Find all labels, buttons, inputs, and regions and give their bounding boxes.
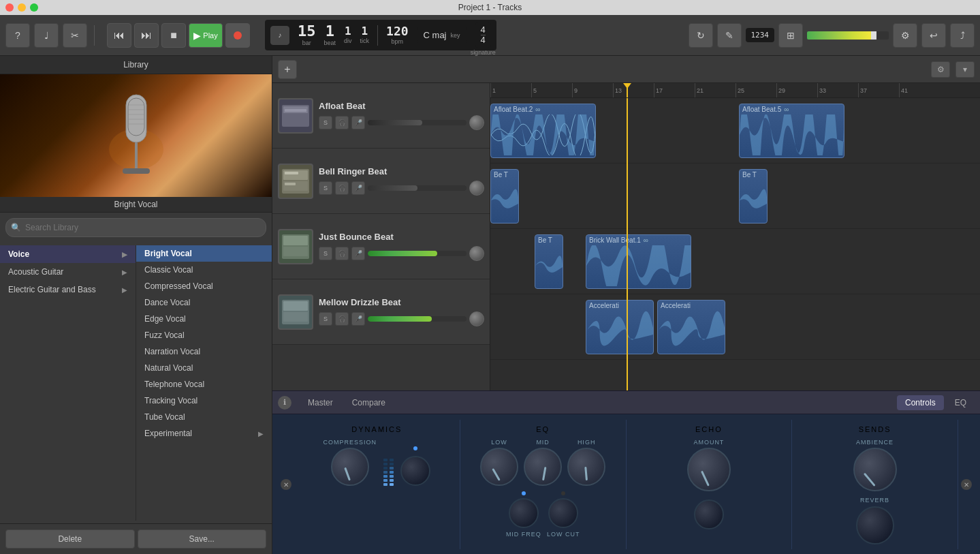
eq-mid-freq-knob[interactable] bbox=[509, 498, 539, 528]
track-volume-bell[interactable] bbox=[469, 181, 484, 196]
subcategory-tracking[interactable]: Tracking Vocal bbox=[136, 393, 272, 409]
track-fader-mellow[interactable] bbox=[368, 316, 467, 322]
close-panel-icon[interactable]: ✕ bbox=[281, 479, 291, 490]
svg-rect-26 bbox=[283, 301, 308, 311]
volume-bar bbox=[807, 31, 889, 40]
fast-forward-button[interactable]: ⏭ bbox=[134, 23, 159, 48]
clip-afloat-beat-2[interactable]: Afloat Beat.2 ∞ bbox=[490, 104, 596, 158]
echo-time-knob[interactable] bbox=[694, 499, 724, 529]
track-solo-bounce[interactable]: 🎧 bbox=[335, 247, 349, 260]
subcategory-experimental[interactable]: Experimental ▶ bbox=[136, 425, 272, 442]
maximize-button[interactable] bbox=[30, 3, 38, 12]
play-button[interactable]: ▶ Play bbox=[189, 23, 223, 48]
clip-afloat-beat-5[interactable]: Afloat Beat.5 ∞ bbox=[739, 104, 844, 158]
record-button[interactable] bbox=[225, 23, 250, 48]
compare-tab[interactable]: Compare bbox=[344, 395, 394, 410]
eq-low-cut-knob[interactable] bbox=[548, 498, 578, 528]
track-volume-bounce[interactable] bbox=[469, 246, 484, 261]
subcategory-tube[interactable]: Tube Vocal bbox=[136, 409, 272, 425]
track-mic-bell[interactable]: 🎤 bbox=[351, 181, 365, 195]
help-button[interactable]: ? bbox=[5, 23, 30, 48]
subcategory-edge[interactable]: Edge Vocal bbox=[136, 311, 272, 327]
subcategory-dance[interactable]: Dance Vocal bbox=[136, 294, 272, 311]
panel-close-left[interactable]: ✕ bbox=[278, 420, 294, 549]
settings-button[interactable]: ⚙ bbox=[893, 23, 917, 48]
track-row-mellow: Mellow Drizzle Beat S 🎧 🎤 bbox=[272, 279, 490, 345]
track-fader-bounce[interactable] bbox=[368, 251, 467, 256]
filter-icon[interactable]: ▾ bbox=[955, 61, 975, 78]
track-solo-afloat[interactable]: 🎧 bbox=[335, 116, 349, 129]
track-mic-mellow[interactable]: 🎤 bbox=[351, 312, 365, 326]
compression-knob[interactable] bbox=[331, 448, 369, 486]
rewind-button[interactable]: ⏮ bbox=[107, 23, 131, 48]
category-electric[interactable]: Electric Guitar and Bass ▶ bbox=[0, 281, 136, 298]
led-8 bbox=[390, 459, 394, 461]
subcategory-narration[interactable]: Narration Vocal bbox=[136, 343, 272, 360]
subcategory-classic[interactable]: Classic Vocal bbox=[136, 262, 272, 278]
minimize-button[interactable] bbox=[18, 3, 26, 12]
track-mic-bounce[interactable]: 🎤 bbox=[351, 247, 365, 260]
track-mic-afloat[interactable]: 🎤 bbox=[351, 116, 365, 129]
track-mute-bounce[interactable]: S bbox=[319, 247, 332, 260]
master-volume[interactable] bbox=[807, 31, 889, 40]
traffic-lights[interactable] bbox=[5, 3, 38, 12]
subcategory-fuzz[interactable]: Fuzz Vocal bbox=[136, 327, 272, 343]
search-bar[interactable]: 🔍 bbox=[5, 218, 266, 237]
add-track-button[interactable]: + bbox=[278, 60, 297, 79]
subcategory-compressed[interactable]: Compressed Vocal bbox=[136, 278, 272, 294]
input-indicator bbox=[413, 472, 416, 482]
track-mute-afloat[interactable]: S bbox=[319, 116, 332, 129]
subcategory-natural[interactable]: Natural Vocal bbox=[136, 360, 272, 376]
export-button[interactable]: ⊞ bbox=[778, 23, 803, 48]
time-signature-display[interactable]: 4 4 signature bbox=[475, 22, 491, 48]
close-panel-right-icon[interactable]: ✕ bbox=[961, 479, 972, 490]
search-input[interactable] bbox=[5, 218, 266, 237]
clip-row-1: Afloat Beat.2 ∞ bbox=[490, 98, 980, 164]
clip-bet-1[interactable]: Be T bbox=[490, 169, 519, 224]
track-volume-afloat[interactable] bbox=[469, 115, 484, 130]
clip-accelerati-2[interactable]: Accelerati bbox=[657, 300, 725, 354]
redo-button[interactable]: ⤴ bbox=[950, 23, 975, 48]
track-mute-mellow[interactable]: S bbox=[319, 312, 332, 326]
controls-tab[interactable]: Controls bbox=[897, 395, 944, 410]
scissors-button[interactable]: ✂ bbox=[63, 23, 87, 48]
info-button[interactable]: ℹ bbox=[278, 396, 291, 410]
clip-accelerati-1[interactable]: Accelerati bbox=[586, 300, 654, 354]
eq-high-knob[interactable] bbox=[567, 448, 605, 486]
input-knob[interactable] bbox=[400, 456, 430, 486]
clip-brickwall[interactable]: Brick Wall Beat.1 ∞ bbox=[586, 234, 691, 289]
track-solo-mellow[interactable]: 🎧 bbox=[335, 312, 349, 326]
eq-top-row: LOW MID HIGH bbox=[469, 439, 618, 486]
bottom-tabs: ℹ Master Compare Controls EQ bbox=[272, 391, 980, 414]
save-button[interactable]: Save... bbox=[138, 529, 267, 549]
track-solo-bell[interactable]: 🎧 bbox=[335, 181, 349, 195]
track-fader-bell[interactable] bbox=[368, 185, 467, 191]
master-tab[interactable]: Master bbox=[300, 395, 341, 410]
category-voice[interactable]: Voice ▶ bbox=[0, 245, 136, 263]
stop-button[interactable]: ■ bbox=[161, 23, 186, 48]
delete-button[interactable]: Delete bbox=[5, 529, 135, 549]
category-acoustic[interactable]: Acoustic Guitar ▶ bbox=[0, 263, 136, 281]
eq-tab[interactable]: EQ bbox=[947, 395, 975, 410]
loop-button[interactable]: ↻ bbox=[689, 23, 713, 48]
track-fader-afloat[interactable] bbox=[368, 120, 467, 125]
category-acoustic-arrow: ▶ bbox=[122, 268, 127, 276]
panel-close-right[interactable]: ✕ bbox=[958, 420, 975, 549]
subcategory-telephone[interactable]: Telephone Vocal bbox=[136, 376, 272, 393]
pencil-button[interactable]: ✎ bbox=[717, 23, 742, 48]
echo-amount-knob[interactable] bbox=[687, 448, 731, 491]
close-button[interactable] bbox=[5, 3, 14, 12]
eq-mid-knob[interactable] bbox=[524, 448, 562, 486]
settings-icon[interactable]: ⚙ bbox=[931, 61, 950, 78]
clip-bet-small[interactable]: Be T bbox=[535, 234, 563, 289]
ambience-knob[interactable] bbox=[853, 448, 897, 491]
track-volume-mellow[interactable] bbox=[469, 311, 484, 326]
undo-button[interactable]: ↩ bbox=[921, 23, 946, 48]
key-display[interactable]: C maj key bbox=[417, 27, 467, 43]
track-mute-bell[interactable]: S bbox=[319, 181, 332, 195]
clip-bet-2[interactable]: Be T bbox=[739, 169, 768, 224]
reverb-knob[interactable] bbox=[856, 506, 894, 544]
eq-low-knob[interactable] bbox=[480, 448, 518, 486]
subcategory-bright[interactable]: Bright Vocal bbox=[136, 245, 272, 262]
metronome-button[interactable]: ♩ bbox=[34, 23, 59, 48]
